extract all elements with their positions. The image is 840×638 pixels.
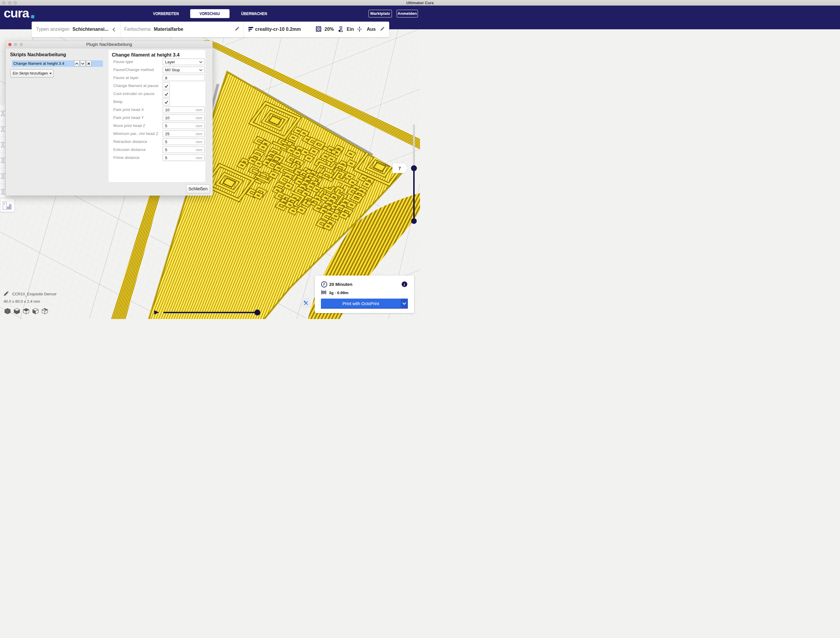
svg-text:7: 7 — [398, 166, 401, 171]
svg-text:i: i — [404, 282, 405, 287]
